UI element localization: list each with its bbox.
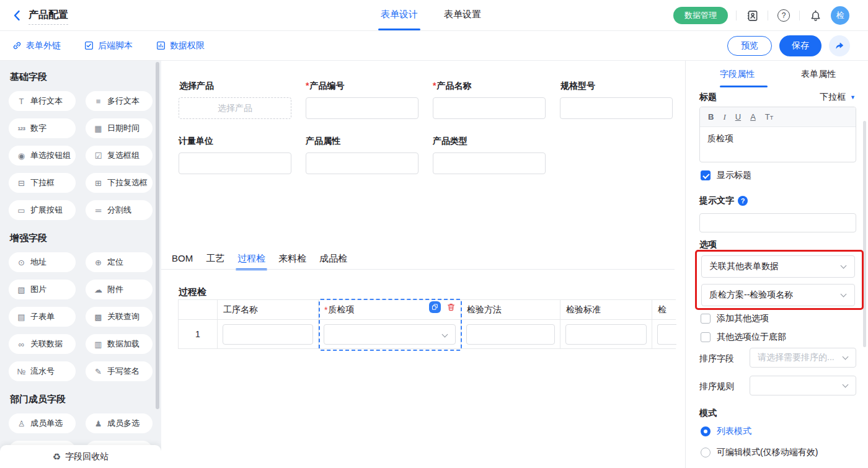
tab-process-inspection[interactable]: 过程检	[237, 253, 265, 265]
column-header-clipped[interactable]: 检	[652, 300, 676, 319]
sort-field-select[interactable]: 请选择需要排序的...	[750, 348, 856, 368]
tab-form-properties[interactable]: 表单属性	[801, 69, 836, 80]
editable-mode-radio-row[interactable]: 可编辑模式(仅移动端有效)	[701, 447, 818, 458]
option-field-select[interactable]: 质检方案--检验项名称	[701, 284, 855, 306]
sidebar-item-member-single[interactable]: ♙成员单选	[9, 413, 76, 433]
radio-selected-icon[interactable]	[701, 426, 711, 436]
other-option-bottom-checkbox-row[interactable]: 其他选项位于底部	[701, 332, 786, 343]
field-product-name[interactable]: *产品名称	[433, 81, 546, 119]
checkbox-unchecked-icon[interactable]	[701, 314, 711, 324]
delete-column-icon[interactable]	[445, 302, 456, 313]
data-permission-button[interactable]: 数据权限	[156, 40, 205, 51]
hint-text-input[interactable]	[699, 213, 856, 232]
font-color-icon[interactable]: A	[750, 112, 756, 121]
tab-craft[interactable]: 工艺	[206, 253, 224, 265]
process-name-input[interactable]	[223, 324, 313, 345]
sort-rule-select[interactable]	[750, 376, 856, 395]
add-other-option-checkbox-row[interactable]: 添加其他选项	[701, 313, 769, 324]
sidebar-item-multi-line-text[interactable]: ≡多行文本	[86, 91, 153, 111]
show-title-checkbox-row[interactable]: 显示标题	[701, 170, 751, 181]
quality-item-select[interactable]	[324, 324, 456, 345]
notification-bell-icon[interactable]	[808, 8, 823, 23]
field-product-type[interactable]: 产品类型	[433, 136, 546, 174]
sidebar-item-member-multi[interactable]: ♟成员多选	[86, 413, 153, 433]
sidebar-item-address[interactable]: ⊙地址	[9, 252, 76, 272]
column-header-process-name[interactable]: 工序名称	[218, 300, 319, 319]
help-icon[interactable]: ?	[776, 8, 791, 23]
underline-icon[interactable]: U	[735, 112, 741, 121]
option-source-select[interactable]: 关联其他表单数据	[701, 255, 855, 278]
sidebar-item-dropdown[interactable]: ⊟下拉框	[9, 173, 76, 193]
sidebar-item-checkbox-group[interactable]: ☑复选框组	[86, 146, 153, 166]
data-permission-icon	[156, 41, 166, 50]
subform-icon: ▤	[17, 312, 26, 322]
section-title-member-fields: 部门成员字段	[10, 394, 153, 405]
product-attribute-input[interactable]	[306, 152, 418, 174]
sidebar-item-data-load[interactable]: ▥数据加载	[86, 334, 153, 354]
inspection-method-input[interactable]	[466, 324, 555, 345]
sidebar-item-serial-number[interactable]: №流水号	[9, 361, 76, 381]
field-product-attribute[interactable]: 产品属性	[306, 136, 418, 174]
inspection-standard-input[interactable]	[565, 324, 647, 345]
external-link-button[interactable]: 表单外链	[12, 40, 61, 51]
italic-icon[interactable]: I	[723, 112, 725, 122]
sidebar-item-datetime[interactable]: ▦日期时间	[86, 118, 153, 138]
field-type-select[interactable]: 下拉框 ▼	[820, 92, 856, 103]
product-code-input[interactable]	[306, 97, 418, 119]
data-manage-button[interactable]: 数据管理	[673, 7, 728, 24]
field-unit[interactable]: 计量单位	[179, 136, 291, 174]
column-header-inspection-standard[interactable]: 检验标准	[560, 300, 652, 319]
title-editor-content[interactable]: 质检项	[700, 127, 856, 151]
sidebar-item-single-line-text[interactable]: T单行文本	[9, 91, 76, 111]
sidebar-item-dropdown-multi[interactable]: ⊞下拉复选框	[86, 173, 153, 193]
save-button[interactable]: 保存	[779, 35, 822, 56]
field-spec-model[interactable]: 规格型号	[560, 81, 673, 119]
sidebar-item-linked-query[interactable]: ▩关联查询	[86, 307, 153, 327]
share-button[interactable]	[829, 35, 850, 56]
title-rich-text-editor[interactable]: B I U A TT 质检项	[699, 107, 856, 162]
radio-unselected-icon[interactable]	[701, 448, 711, 457]
backend-script-button[interactable]: 后端脚本	[84, 40, 133, 51]
sidebar-item-number[interactable]: 123数字	[9, 118, 76, 138]
contacts-book-icon[interactable]	[745, 8, 760, 23]
spec-model-input[interactable]	[560, 97, 673, 119]
bold-icon[interactable]: B	[708, 112, 714, 121]
sidebar-item-signature[interactable]: ✎手写签名	[86, 361, 153, 381]
tab-form-settings[interactable]: 表单设置	[444, 9, 481, 20]
preview-button[interactable]: 预览	[727, 36, 772, 56]
clipped-input[interactable]	[657, 324, 676, 345]
field-product-code[interactable]: *产品编号	[306, 81, 418, 119]
product-name-input[interactable]	[433, 97, 546, 119]
unit-input[interactable]	[179, 152, 291, 174]
sidebar-scrollbar[interactable]	[156, 62, 159, 409]
recycle-icon: ♻	[53, 451, 61, 462]
tab-incoming-inspection[interactable]: 来料检	[278, 253, 306, 265]
tab-final-inspection[interactable]: 成品检	[319, 253, 347, 265]
sidebar-item-divider-line[interactable]: ═分割线	[86, 200, 153, 220]
product-picker-button[interactable]: 选择产品	[179, 97, 291, 119]
column-header-inspection-method[interactable]: 检验方法	[461, 300, 560, 319]
copy-column-icon[interactable]	[429, 301, 441, 313]
sidebar-item-extend-button[interactable]: ▭扩展按钮	[9, 200, 76, 220]
sidebar-item-radio-group[interactable]: ◉单选按钮组	[9, 146, 76, 166]
sidebar-item-image[interactable]: ▧图片	[9, 280, 76, 299]
tab-field-properties[interactable]: 字段属性	[720, 69, 755, 80]
help-circle-icon[interactable]: ?	[738, 196, 748, 206]
list-mode-radio-row[interactable]: 列表模式	[701, 426, 751, 437]
tab-bom[interactable]: BOM	[172, 253, 193, 265]
field-recycle-bin[interactable]: ♻ 字段回收站	[0, 445, 161, 468]
checkbox-checked-icon[interactable]	[701, 170, 711, 180]
rich-text-toolbar: B I U A TT	[700, 107, 856, 127]
product-type-input[interactable]	[433, 152, 546, 174]
sidebar-item-linked-data[interactable]: ∞关联数据	[9, 334, 76, 354]
checkbox-unchecked-icon[interactable]	[701, 332, 711, 342]
sidebar-item-subform[interactable]: ▤子表单	[9, 307, 76, 327]
back-icon[interactable]	[11, 9, 24, 22]
sidebar-item-attachment[interactable]: ☁附件	[86, 280, 153, 299]
panel-scrollbar[interactable]	[863, 121, 866, 347]
sidebar-item-locate[interactable]: ⊕定位	[86, 252, 153, 272]
tab-form-design[interactable]: 表单设计	[381, 9, 418, 20]
user-avatar[interactable]: 检	[831, 6, 849, 25]
font-size-icon[interactable]: TT	[765, 112, 773, 121]
field-select-product[interactable]: 选择产品 选择产品	[179, 81, 291, 119]
